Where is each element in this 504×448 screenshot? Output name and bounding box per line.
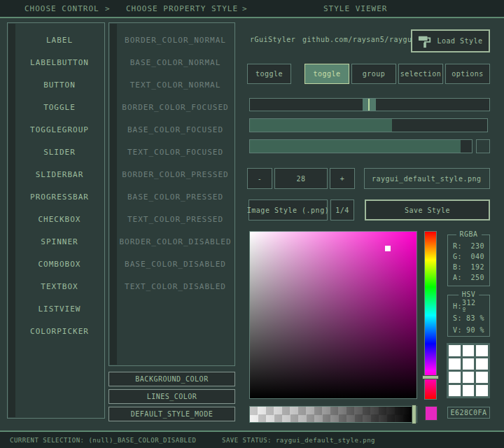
control-list-item[interactable]: TOGGLEGROUP [15,119,104,141]
rgba-row-label: G: [453,253,462,260]
control-list-item[interactable]: SLIDER [15,141,104,164]
rgba-groupbox: RGBA R: 230 G: 040 B: 192 A: 250 [447,234,490,286]
save-style-button[interactable]: Save Style [365,200,490,220]
hsv-row: H: 312 º [448,300,489,312]
control-list-item[interactable]: COMBOBOX [15,253,104,276]
control-list-item[interactable]: COLORPICKER [15,321,104,343]
spinner-increment-button[interactable]: + [330,168,355,189]
control-list-item[interactable]: SPINNER [15,231,104,253]
lines-color-button[interactable]: LINES_COLOR [108,389,235,404]
top-bar: CHOOSE CONTROL > CHOOSE PROPERTY STYLE >… [0,0,504,17]
format-counter[interactable]: 1/4 [330,200,354,220]
rgba-row-value: 230 [470,242,484,250]
toggle-group-option[interactable]: options [445,64,490,84]
property-list-item[interactable]: BASE_COLOR_DISABLED [117,253,234,276]
hsv-rows: H: 312 º S: 83 % V: 90 % [448,300,489,336]
control-list-item[interactable]: TOGGLE [15,97,104,119]
hue-bar[interactable] [424,231,437,400]
sliderbar-fill [250,119,392,132]
breadcrumb-style-viewer: STYLE VIEWER [323,4,387,13]
palette-grid [447,343,490,398]
breadcrumb-separator-icon: > [105,4,111,13]
property-list-item[interactable]: BORDER_COLOR_NORMAL [117,29,234,52]
progressbar [249,139,472,153]
hue-handle[interactable] [422,375,439,379]
slider-handle[interactable] [363,99,376,111]
property-list-item[interactable]: BASE_COLOR_NORMAL [117,52,234,74]
progressbar-fill [250,140,461,153]
control-list-item[interactable]: LABELBUTTON [15,52,104,74]
rgba-title: RGBA [456,230,481,238]
palette-cell[interactable] [449,372,461,383]
property-list-item[interactable]: BASE_COLOR_PRESSED [117,186,234,209]
property-list-item[interactable]: TEXT_COLOR_NORMAL [117,74,234,97]
breadcrumb-choose-control: CHOOSE CONTROL [24,4,99,13]
property-list-item[interactable]: BORDER_COLOR_DISABLED [117,231,234,253]
palette-cell[interactable] [463,345,475,356]
control-list-item[interactable]: BUTTON [15,74,104,97]
checkbox[interactable] [476,139,490,153]
repo-link[interactable]: github.com/raysan5/raygui [302,36,416,43]
control-list-item[interactable]: PROGRESSBAR [15,186,104,209]
hsv-groupbox: HSV H: 312 º S: 83 % V: 90 % [447,295,490,337]
palette-cell[interactable] [476,385,488,396]
toggle-group-option[interactable]: selection [398,64,443,84]
rgba-row: B: 192 [448,262,489,272]
property-list-item[interactable]: BORDER_COLOR_FOCUSED [117,97,234,119]
hsv-row-value: 312 º [462,299,484,314]
standalone-toggle[interactable]: toggle [247,64,291,84]
property-list-item[interactable]: TEXT_COLOR_FOCUSED [117,141,234,164]
spinner-decrement-button[interactable]: - [247,168,272,189]
paint-roller-icon [418,34,432,48]
default-style-mode-button[interactable]: DEFAULT_STYLE_MODE [108,407,235,421]
hsv-row: V: 90 % [448,324,489,336]
filename-textbox[interactable]: raygui_default_style.png [364,168,490,189]
property-list-item[interactable]: BASE_COLOR_FOCUSED [117,119,234,141]
sv-cursor[interactable] [385,246,391,251]
control-list-item[interactable]: SLIDERBAR [15,164,104,186]
background-color-button[interactable]: BACKGROUND_COLOR [108,372,235,386]
controls-scrollbar[interactable] [8,24,15,417]
property-list-item[interactable]: TEXT_COLOR_PRESSED [117,209,234,231]
palette-cell[interactable] [449,345,461,356]
hex-value-box[interactable]: E628C0FA [447,407,490,419]
toggle-group: togglegroupselectionoptions [304,64,490,84]
load-style-button[interactable]: Load Style [411,29,490,52]
property-list-item[interactable]: TEXT_COLOR_DISABLED [117,276,234,298]
control-list-item[interactable]: CHECKBOX [15,209,104,231]
properties-listbox: BORDER_COLOR_NORMALBASE_COLOR_NORMALTEXT… [108,22,235,366]
top-divider [0,17,504,18]
palette-cell[interactable] [463,358,475,370]
toggle-group-option[interactable]: toggle [304,64,349,84]
property-list-item[interactable]: BORDER_COLOR_PRESSED [117,164,234,186]
rgba-row: G: 040 [448,251,489,262]
rgba-rows: R: 230 G: 040 B: 192 A: 250 [448,241,489,283]
rgba-row-label: R: [453,242,462,250]
slider[interactable] [249,98,490,111]
palette-cell[interactable] [476,358,488,370]
rguistyler-window: CHOOSE CONTROL > CHOOSE PROPERTY STYLE >… [0,0,504,448]
palette-cell[interactable] [476,345,488,356]
saturation-value-panel[interactable] [249,231,417,399]
breadcrumb-separator-icon: > [242,4,248,13]
toggle-group-option[interactable]: group [351,64,396,84]
palette-cell[interactable] [449,385,461,396]
palette-cell[interactable] [463,372,475,383]
current-color-swatch [425,406,438,421]
rgba-row-value: 250 [470,274,484,281]
control-list-item[interactable]: LISTVIEW [15,298,104,321]
spinner-value[interactable]: 28 [274,168,328,189]
control-list-item[interactable]: TEXTBOX [15,276,104,298]
control-list-item[interactable]: LABEL [15,29,104,52]
hsv-row-value: 90 % [466,326,484,334]
alpha-handle[interactable] [412,405,416,424]
alpha-bar[interactable] [249,406,417,423]
palette-cell[interactable] [463,385,475,396]
save-status: SAVE STATUS: raygui_default_style.png [222,437,375,444]
properties-scrollbar[interactable] [110,24,117,365]
palette-cell[interactable] [476,372,488,383]
palette-cell[interactable] [449,358,461,370]
style-format-combobox[interactable]: Image Style (.png) [248,200,328,220]
breadcrumb-choose-property-style: CHOOSE PROPERTY STYLE [126,4,238,13]
sliderbar[interactable] [249,118,488,132]
